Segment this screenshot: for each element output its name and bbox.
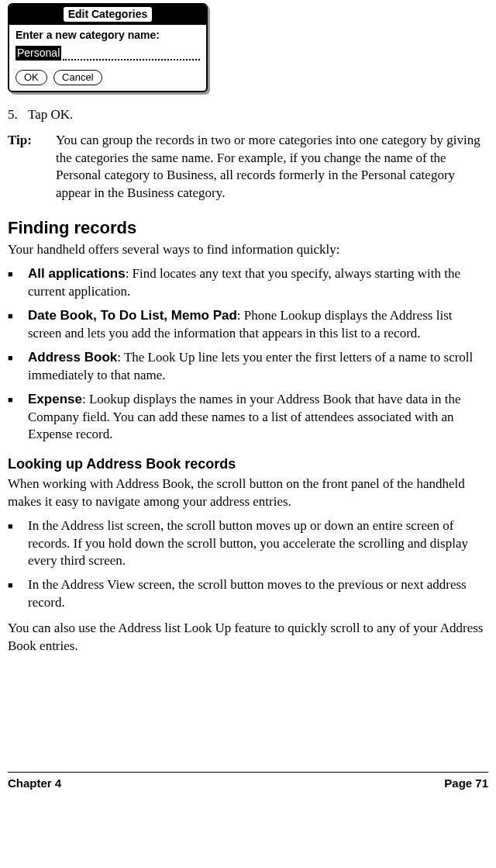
dialog-titlebar: Edit Categories [9,5,206,25]
input-underline [63,50,200,61]
list-item: ■ Date Book, To Do List, Memo Pad: Phone… [8,307,488,343]
step-number: 5. [8,106,28,124]
footer-chapter: Chapter 4 [8,776,61,791]
bullet-icon: ■ [8,576,28,612]
dialog-prompt: Enter a new category name: [16,28,200,43]
finding-records-intro: Your handheld offers several ways to fin… [8,241,488,259]
footer-page: Page 71 [444,776,488,791]
bullet-icon: ■ [8,265,28,301]
list-item: ■ In the Address View screen, the scroll… [8,576,488,612]
item-bold: Expense [28,392,82,406]
ok-button[interactable]: OK [16,70,47,85]
item-bold: All applications [28,266,126,281]
tip-block: Tip: You can group the records in two or… [8,132,488,203]
heading-looking-up: Looking up Address Book records [8,455,488,473]
dialog-title: Edit Categories [64,7,153,22]
tip-label: Tip: [8,132,56,203]
item-bold: Date Book, To Do List, Memo Pad [28,308,237,323]
cancel-button[interactable]: Cancel [53,70,102,85]
item-bold: Address Book [28,350,117,365]
list-item: ■ All applications: Find locates any tex… [8,265,488,301]
item-text: In the Address list screen, the scroll b… [28,517,488,571]
looking-up-outro: You can also use the Address list Look U… [8,620,488,655]
list-item: ■ Expense: Lookup displays the names in … [8,391,488,444]
tip-text: You can group the records in two or more… [56,132,488,203]
item-text: : Lookup displays the names in your Addr… [28,392,461,442]
category-name-value: Personal [16,46,61,61]
step-5: 5. Tap OK. [8,106,488,124]
edit-categories-dialog: Edit Categories Enter a new category nam… [8,3,208,92]
category-name-input[interactable]: Personal [16,46,200,61]
item-text: In the Address View screen, the scroll b… [28,576,488,612]
bullet-icon: ■ [8,391,28,444]
list-item: ■ In the Address list screen, the scroll… [8,517,488,571]
looking-up-intro: When working with Address Book, the scro… [8,475,488,511]
step-text: Tap OK. [28,106,73,124]
heading-finding-records: Finding records [8,216,488,240]
list-item: ■ Address Book: The Look Up line lets yo… [8,349,488,385]
bullet-icon: ■ [8,349,28,385]
bullet-icon: ■ [8,517,28,571]
bullet-icon: ■ [8,307,28,343]
page-footer: Chapter 4 Page 71 [8,772,488,791]
